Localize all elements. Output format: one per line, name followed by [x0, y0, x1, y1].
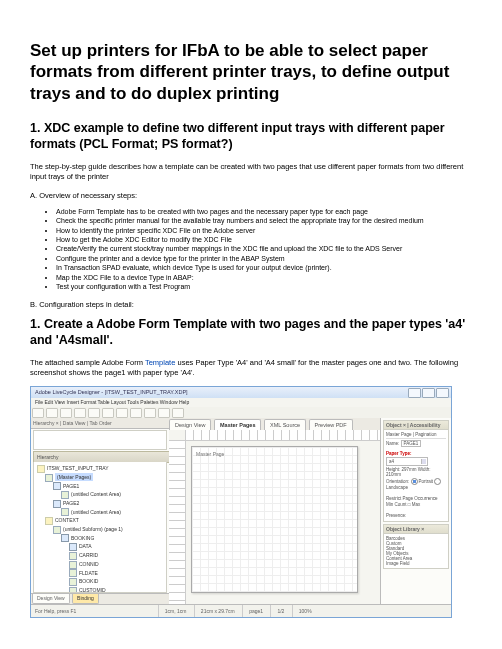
subform-icon — [53, 526, 61, 534]
object-library: Object Library × Barcodes Custom Standar… — [383, 524, 449, 569]
close-icon[interactable] — [436, 388, 449, 398]
tree-item[interactable]: (untitled Content Area) — [71, 491, 121, 497]
object-palette: Object × | Accessibility Master Page | P… — [383, 420, 449, 522]
text: The attached sample Adobe Form — [30, 358, 145, 367]
name-value[interactable]: PAGE1 — [401, 440, 422, 447]
tree-item[interactable]: BOOKID — [79, 578, 98, 584]
list-item: Adobe Form Template has to be created wi… — [56, 207, 472, 216]
radio-landscape[interactable] — [434, 478, 441, 485]
paper-type-dropdown[interactable]: a4 — [386, 457, 428, 466]
width-label: Width: — [418, 467, 431, 472]
toolbar-button-icon[interactable] — [144, 408, 156, 418]
status-size: 21cm x 29.7cm — [194, 605, 241, 617]
left-panel-tabs[interactable]: Hierarchy × | Data View | Tab Order — [31, 418, 169, 429]
steps-list: Adobe Form Template has to be created wi… — [30, 207, 472, 292]
folder-icon — [45, 474, 53, 482]
status-zoom-pct[interactable]: 100% — [292, 605, 318, 617]
tree-item[interactable]: CUSTOMID — [79, 587, 106, 593]
field-icon — [69, 587, 77, 594]
hierarchy-tree[interactable]: ITSW_TEST_INPUT_TRAY (Master Pages) PAGE… — [33, 462, 167, 593]
tree-item[interactable]: CARRID — [79, 552, 98, 558]
list-item: Create/Verify the current stock/tray num… — [56, 244, 472, 253]
toolbar-button-icon[interactable] — [88, 408, 100, 418]
paper-type-label: Paper Type: — [386, 451, 446, 456]
section-1-heading: 1. XDC example to define two different i… — [30, 120, 472, 153]
page-title: Set up printers for IFbA to be able to s… — [30, 40, 472, 104]
status-page-num: 1/2 — [270, 605, 290, 617]
orientation-label: Orientation: — [386, 479, 409, 484]
tree-item[interactable]: DATA — [79, 543, 92, 549]
tree-item[interactable]: CONTEXT — [55, 517, 79, 523]
master-page-label: Master Page — [196, 451, 224, 457]
object-subtabs[interactable]: Master Page | Pagination — [386, 432, 446, 439]
list-item: In Transaction SPAD evaluate, which devi… — [56, 263, 472, 272]
ruler-vertical — [169, 440, 186, 605]
object-palette-header[interactable]: Object × | Accessibility — [384, 421, 448, 430]
tree-item[interactable]: PAGE2 — [63, 500, 79, 506]
master-page-surface[interactable]: Master Page — [191, 446, 358, 593]
tab-design-view[interactable]: Design View — [169, 419, 211, 430]
toolbar-button-icon[interactable] — [74, 408, 86, 418]
field-icon — [69, 578, 77, 586]
tree-item-selected[interactable]: (Master Pages) — [55, 473, 93, 481]
tree-item[interactable]: (untitled Content Area) — [71, 509, 121, 515]
toolbar-button-icon[interactable] — [172, 408, 184, 418]
name-label: Name: — [386, 441, 399, 446]
tab-design-view[interactable]: Design View — [32, 594, 70, 604]
ruler-horizontal — [185, 430, 381, 441]
toolbar-button-icon[interactable] — [60, 408, 72, 418]
height-value[interactable]: 297mm — [402, 467, 417, 472]
status-page-name: page1 — [242, 605, 269, 617]
toolbar-button-icon[interactable] — [158, 408, 170, 418]
tab-binding[interactable]: Binding — [72, 594, 99, 604]
list-item: How to identify the printer specific XDC… — [56, 226, 472, 235]
toolbar-button-icon[interactable] — [46, 408, 58, 418]
tree-item[interactable]: ITSW_TEST_INPUT_TRAY — [47, 465, 109, 471]
status-bar: For Help, press F1 1cm, 1cm 21cm x 29.7c… — [31, 604, 451, 617]
min-max-row[interactable]: Min Count □ Max — [386, 502, 446, 507]
context-icon — [45, 517, 53, 525]
tree-item[interactable]: FLDATE — [79, 570, 98, 576]
tab-master-pages[interactable]: Master Pages — [214, 419, 261, 430]
page-icon — [53, 500, 61, 508]
library-item[interactable]: Image Field — [386, 561, 446, 566]
field-icon — [69, 552, 77, 560]
restrict-occurrence[interactable]: Restrict Page Occurrence — [386, 496, 446, 501]
list-item: Test your configuration with a Test Prog… — [56, 282, 472, 291]
field-icon — [69, 569, 77, 577]
template-link[interactable]: Template — [145, 358, 175, 367]
tree-item[interactable]: (untitled Subform) (page 1) — [63, 526, 123, 532]
right-panel: Object × | Accessibility Master Page | P… — [380, 418, 451, 605]
designer-screenshot: Adobe LiveCycle Designer - [ITSW_TEST_IN… — [30, 386, 452, 618]
toolbar-button-icon[interactable] — [116, 408, 128, 418]
form-icon — [37, 465, 45, 473]
toolbar-button-icon[interactable] — [32, 408, 44, 418]
page-icon — [53, 482, 61, 490]
list-item: How to get the Adobe XDC Editor to modif… — [56, 235, 472, 244]
tab-preview-pdf[interactable]: Preview PDF — [309, 419, 353, 430]
attached-text: The attached sample Adobe Form Template … — [30, 358, 472, 378]
status-hint: For Help, press F1 — [35, 608, 76, 614]
node-icon — [69, 543, 77, 551]
portrait-label: Portrait — [419, 479, 434, 484]
area-icon — [61, 508, 69, 516]
tree-item[interactable]: PAGE1 — [63, 483, 79, 489]
radio-portrait[interactable] — [411, 478, 418, 485]
tree-item[interactable]: BOOKING — [71, 535, 94, 541]
object-library-header[interactable]: Object Library × — [384, 525, 448, 534]
palette-box — [33, 430, 167, 450]
tree-item[interactable]: CONNID — [79, 561, 99, 567]
design-canvas[interactable]: Master Page — [169, 430, 381, 605]
area-icon — [61, 491, 69, 499]
minimize-icon[interactable] — [408, 388, 421, 398]
subsection-1-heading: 1. Create a Adobe Form Template with two… — [30, 316, 472, 349]
width-value[interactable]: 210mm — [386, 472, 401, 477]
status-cursor: 1cm, 1cm — [158, 605, 193, 617]
list-item: Check the specific printer manual for th… — [56, 216, 472, 225]
window-title: Adobe LiveCycle Designer - [ITSW_TEST_IN… — [35, 389, 188, 395]
node-icon — [61, 534, 69, 542]
toolbar-button-icon[interactable] — [102, 408, 114, 418]
maximize-icon[interactable] — [422, 388, 435, 398]
toolbar-button-icon[interactable] — [130, 408, 142, 418]
tab-xml-source[interactable]: XML Source — [264, 419, 306, 430]
